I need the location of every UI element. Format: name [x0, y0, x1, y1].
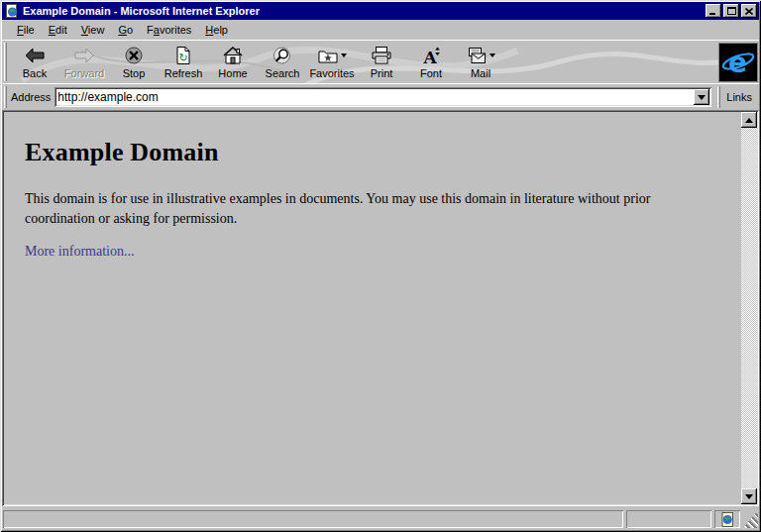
status-secondary-panel — [626, 510, 711, 528]
web-page: Example Domain This domain is for use in… — [4, 112, 741, 504]
internet-explorer-logo: e — [719, 44, 757, 81]
refresh-icon: ↻ — [172, 46, 194, 65]
resize-grip[interactable] — [743, 510, 758, 528]
scrollbar-track[interactable] — [741, 128, 757, 488]
toolbar-button-label: Search — [266, 67, 300, 79]
links-toolbar[interactable]: Links — [723, 89, 759, 105]
toolbar-button-label: Mail — [471, 67, 490, 79]
maximize-icon — [727, 7, 736, 15]
font-icon: A — [420, 46, 442, 65]
toolbar-button-label: Stop — [123, 67, 146, 79]
links-label: Links — [723, 89, 755, 105]
minimize-button[interactable] — [706, 4, 721, 18]
menu-go[interactable]: Go — [111, 22, 140, 38]
address-label: Address — [11, 91, 51, 103]
toolbar-button-font[interactable]: A Font — [406, 43, 456, 82]
home-icon — [222, 46, 244, 65]
toolbar-button-label: Refresh — [164, 67, 203, 79]
search-icon — [272, 46, 293, 65]
toolbar-button-favorites[interactable]: Favorites — [307, 43, 357, 82]
toolbar-button-label: Back — [23, 67, 47, 79]
page-paragraph: This domain is for use in illustrative e… — [25, 189, 689, 229]
address-bar: Address Links — [2, 83, 759, 110]
svg-text:e: e — [728, 47, 747, 79]
menu-view[interactable]: View — [74, 22, 112, 38]
window-title: Example Domain - Microsoft Internet Expl… — [23, 5, 704, 17]
dropdown-caret-icon — [489, 53, 495, 57]
menu-help[interactable]: Help — [198, 22, 235, 38]
toolbar-gripper[interactable] — [4, 43, 7, 81]
status-zone-panel — [714, 510, 740, 528]
more-information-link[interactable]: More information... — [25, 244, 134, 260]
close-button[interactable] — [741, 4, 757, 18]
address-dropdown-button[interactable] — [694, 89, 709, 105]
address-input[interactable] — [57, 90, 692, 104]
menu-favorites[interactable]: Favorites — [140, 22, 198, 38]
svg-text:↻: ↻ — [179, 51, 188, 63]
scroll-down-button[interactable] — [741, 488, 757, 504]
ie-page-globe-icon — [5, 4, 19, 18]
links-gripper[interactable] — [717, 86, 720, 108]
status-bar — [2, 506, 759, 530]
minimize-icon — [709, 8, 717, 15]
addressbar-gripper[interactable] — [4, 86, 7, 108]
toolbar-button-label: Print — [371, 67, 393, 79]
forward-arrow-icon — [73, 46, 95, 65]
svg-text:A: A — [423, 47, 438, 65]
toolbar-button-mail[interactable]: Mail — [456, 43, 505, 82]
scroll-up-arrow-icon — [745, 118, 753, 123]
menu-bar: File Edit View Go Favorites Help — [2, 20, 759, 40]
toolbar-button-home[interactable]: Home — [208, 43, 258, 82]
toolbar-button-label: Favorites — [309, 67, 354, 79]
status-message-panel — [3, 510, 623, 528]
dropdown-caret-icon — [341, 53, 347, 57]
stop-icon — [123, 46, 145, 65]
maximize-button[interactable] — [723, 4, 739, 18]
toolbar: Back Forward Stop ↻ Refresh Home — [2, 40, 759, 83]
menu-edit[interactable]: Edit — [42, 22, 74, 38]
close-icon — [745, 8, 753, 15]
favorites-folder-icon — [317, 46, 347, 65]
scroll-up-button[interactable] — [741, 112, 757, 128]
toolbar-button-print[interactable]: Print — [357, 43, 406, 82]
address-field — [54, 87, 711, 107]
toolbar-button-label: Home — [218, 67, 247, 79]
mail-icon — [466, 46, 495, 65]
toolbar-button-refresh[interactable]: ↻ Refresh — [159, 43, 208, 82]
internet-zone-globe-icon — [721, 512, 734, 527]
page-heading: Example Domain — [25, 138, 741, 167]
scroll-down-arrow-icon — [745, 494, 753, 499]
chevron-down-icon — [698, 95, 706, 100]
toolbar-button-label: Font — [420, 67, 442, 79]
browser-window: Example Domain - Microsoft Internet Expl… — [0, 0, 761, 532]
toolbar-button-back[interactable]: Back — [10, 43, 59, 82]
menu-file[interactable]: File — [10, 22, 42, 38]
toolbar-button-stop[interactable]: Stop — [109, 43, 159, 82]
titlebar[interactable]: Example Domain - Microsoft Internet Expl… — [2, 2, 759, 20]
content-frame: Example Domain This domain is for use in… — [2, 110, 759, 506]
toolbar-button-search[interactable]: Search — [258, 43, 307, 82]
toolbar-button-label: Forward — [64, 67, 104, 79]
printer-icon — [371, 46, 392, 65]
toolbar-button-forward[interactable]: Forward — [59, 43, 109, 82]
vertical-scrollbar[interactable] — [741, 112, 757, 504]
back-arrow-icon — [24, 46, 46, 65]
